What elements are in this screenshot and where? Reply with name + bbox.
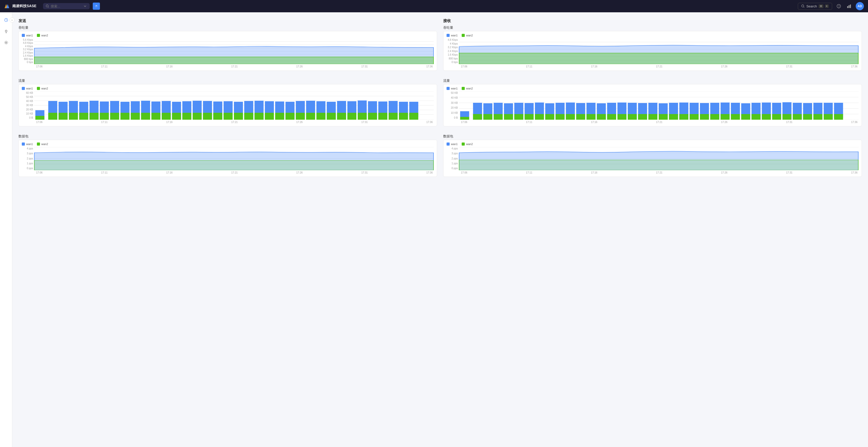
legend-wan2-t: wan2 [37,87,48,90]
legend-wan1-label: wan1 [26,34,33,37]
svg-rect-89 [337,113,346,120]
svg-rect-171 [710,114,719,120]
legend-dot-green [37,34,40,37]
svg-rect-195 [834,114,843,120]
avatar[interactable]: AD [856,2,864,10]
right-throughput-y-axis: 4.8 Kbps 4 Kbps 3.2 Kbps 2.4 Kbps 1.6 Kb… [446,38,458,64]
svg-rect-31 [35,116,44,120]
svg-rect-4 [95,5,98,8]
right-traffic-x-axis: 17:06 17:11 17:16 17:21 17:26 17:31 17:3… [460,121,859,123]
header-search-input[interactable] [51,4,82,8]
svg-point-14 [5,42,7,43]
left-packets-block: 数据包 wan1 wan2 4 pps 3 pps [19,134,437,180]
svg-rect-61 [193,113,202,120]
left-packets-svg-area [34,147,434,170]
svg-rect-81 [296,113,305,120]
refresh-icon [95,4,98,8]
right-traffic-block: 流量 wan1 wan2 50 KB 40 KB [443,79,862,130]
svg-point-2 [46,5,49,7]
svg-rect-83 [306,113,315,120]
svg-rect-33 [48,113,57,120]
svg-rect-65 [213,113,222,120]
svg-rect-173 [721,114,730,120]
svg-text:?: ? [838,5,840,8]
help-icon[interactable]: ? [835,3,842,10]
svg-rect-79 [285,113,294,120]
legend-wan2-label: wan2 [41,34,48,37]
svg-rect-127 [484,114,492,120]
svg-point-5 [802,5,804,7]
right-traffic-title: 流量 [443,79,862,83]
left-packets-chart: wan1 wan2 4 pps 3 pps 2 pps 1 pps 0 pps [19,140,437,177]
svg-rect-95 [368,113,377,120]
svg-rect-77 [275,113,284,120]
right-throughput-legend: wan1 wan2 [446,34,859,37]
main-content: 发送 吞吐量 wan1 wan2 5.6 Kbps [12,12,868,189]
search-icon [45,4,49,8]
right-packets-svg-area [459,147,859,170]
svg-rect-145 [576,114,585,120]
header-search-bar[interactable] [43,3,90,9]
svg-rect-93 [358,113,367,120]
sidebar-item-settings[interactable] [2,38,11,47]
right-traffic-chart: wan1 wan2 50 KB 40 KB 30 KB 20 KB 10 KB … [443,84,862,126]
svg-rect-123 [460,117,469,120]
svg-rect-179 [751,114,761,120]
svg-rect-10 [848,5,849,8]
svg-rect-39 [79,113,88,120]
right-throughput-x-axis: 17:06 17:11 17:16 17:21 17:26 17:31 17:3… [460,65,859,68]
svg-rect-137 [535,114,544,120]
svg-line-3 [48,7,49,8]
left-traffic-chart: wan1 wan2 60 KB 50 KB 40 KB 30 KB 20 KB … [19,84,437,126]
nav-button[interactable] [93,3,100,10]
svg-rect-85 [316,113,326,120]
svg-rect-135 [525,114,534,120]
svg-rect-63 [203,113,212,120]
svg-rect-87 [327,113,336,120]
left-throughput-title: 吞吐量 [19,25,437,30]
chart-icon[interactable] [845,3,852,10]
svg-rect-141 [555,114,564,120]
right-traffic-svg-area [459,91,859,120]
right-packets-y-axis: 4 pps 3 pps 2 pps 1 pps 0 pps [446,147,458,170]
left-throughput-x-axis: 17:06 17:11 17:16 17:21 17:26 17:31 17:3… [35,65,434,68]
legend-wan2: wan2 [37,34,48,37]
svg-rect-53 [151,113,160,120]
left-packets-y-axis: 4 pps 3 pps 2 pps 1 pps 0 pps [22,147,33,170]
search-button[interactable]: Search ⌘ K [798,3,832,10]
sidebar-toggle[interactable]: › [9,18,14,23]
left-traffic-x-axis: 17:06 17:11 17:16 17:21 17:26 17:31 17:3… [35,121,434,123]
left-traffic-block: 流量 wan1 wan2 60 KB 50 KB [19,79,437,130]
right-throughput-svg-area [459,38,859,64]
left-traffic-y-axis: 60 KB 50 KB 40 KB 30 KB 20 KB 10 KB 0 B [22,91,33,120]
legend-dot-blue [22,34,25,37]
svg-rect-57 [172,113,181,120]
left-throughput-svg-area [34,38,434,64]
logo-icon [4,3,10,9]
left-throughput-legend: wan1 wan2 [22,34,434,37]
svg-rect-147 [586,114,595,120]
svg-rect-73 [255,113,264,120]
kbd1: ⌘ [818,4,824,8]
svg-rect-97 [378,113,388,120]
svg-rect-51 [141,113,150,120]
left-column: 发送 吞吐量 wan1 wan2 5.6 Kbps [19,17,437,184]
svg-rect-35 [59,113,68,120]
left-packets-title: 数据包 [19,134,437,139]
svg-rect-193 [824,114,833,120]
left-packets-x-axis: 17:06 17:11 17:16 17:21 17:26 17:31 17:3… [35,171,434,174]
search-label: Search [806,4,817,8]
svg-rect-183 [772,114,781,120]
svg-rect-45 [110,113,119,120]
svg-rect-177 [741,114,750,120]
right-packets-block: 数据包 wan1 wan2 4 pps 3 pps [443,134,862,180]
sidebar-item-location[interactable] [2,27,11,36]
svg-rect-143 [566,114,575,120]
svg-rect-175 [731,114,740,120]
right-packets-legend: wan1 wan2 [446,143,859,146]
svg-rect-129 [494,114,503,120]
svg-point-13 [5,30,7,32]
header-right: Search ⌘ K ? AD [798,2,864,10]
svg-rect-43 [100,113,109,120]
svg-rect-101 [399,113,408,120]
